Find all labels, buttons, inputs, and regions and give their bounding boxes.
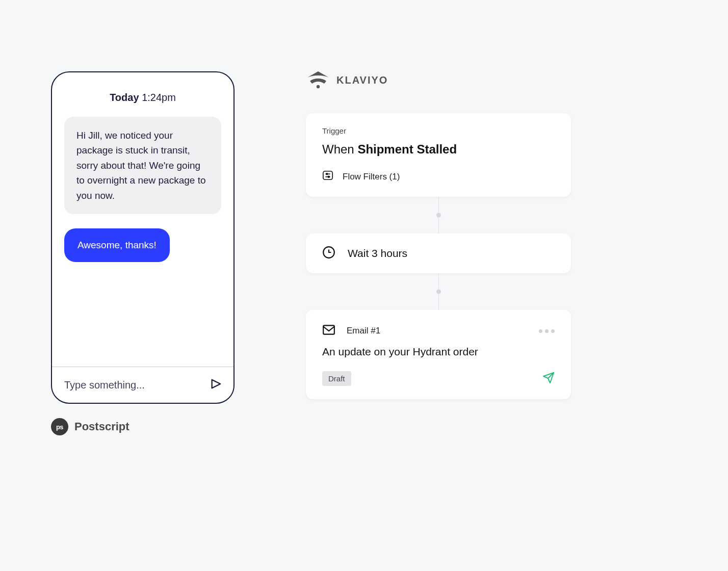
- outgoing-message: Awesome, thanks!: [64, 228, 170, 262]
- trigger-card[interactable]: Trigger When Shipment Stalled Flow Filte…: [306, 113, 571, 197]
- svg-rect-8: [323, 325, 334, 334]
- chat-day: Today: [110, 92, 139, 103]
- svg-point-4: [326, 173, 328, 175]
- wait-label: Wait 3 hours: [348, 247, 407, 259]
- mail-icon: [322, 323, 335, 339]
- klaviyo-mark-icon: [306, 71, 330, 89]
- klaviyo-name: KLAVIYO: [336, 74, 388, 86]
- svg-point-6: [328, 176, 329, 177]
- trigger-title: When Shipment Stalled: [322, 142, 555, 157]
- filters-icon: [322, 170, 333, 184]
- email-subject: An update on your Hydrant order: [322, 346, 555, 358]
- wait-card[interactable]: Wait 3 hours: [306, 233, 571, 273]
- trigger-label: Trigger: [322, 126, 555, 135]
- clock-icon: [322, 246, 335, 261]
- email-card[interactable]: Email #1 An update on your Hydrant order…: [306, 310, 571, 399]
- phone-frame: Today 1:24pm Hi Jill, we noticed your pa…: [51, 71, 235, 404]
- chat-timestamp: Today 1:24pm: [52, 72, 233, 114]
- postscript-badge: ps: [51, 418, 68, 435]
- email-label: Email #1: [347, 326, 380, 336]
- svg-rect-2: [323, 171, 332, 180]
- draft-badge: Draft: [322, 371, 351, 386]
- more-icon[interactable]: [539, 329, 555, 333]
- postscript-logo: ps Postscript: [51, 418, 129, 435]
- trigger-prefix: When: [322, 142, 357, 156]
- flow-connector: [306, 197, 571, 233]
- incoming-message: Hi Jill, we noticed your package is stuc…: [64, 117, 221, 214]
- klaviyo-logo: KLAVIYO: [306, 71, 571, 89]
- message-input[interactable]: [64, 379, 210, 391]
- trigger-event: Shipment Stalled: [357, 142, 457, 156]
- svg-point-1: [317, 85, 320, 88]
- send-plane-icon[interactable]: [542, 372, 555, 386]
- chat-time: 1:24pm: [142, 92, 176, 103]
- flow-filters-row[interactable]: Flow Filters (1): [322, 170, 555, 184]
- postscript-name: Postscript: [74, 420, 129, 433]
- flow-connector: [306, 273, 571, 310]
- svg-marker-0: [212, 380, 221, 388]
- send-icon[interactable]: [210, 378, 221, 392]
- filters-label: Flow Filters (1): [343, 172, 400, 182]
